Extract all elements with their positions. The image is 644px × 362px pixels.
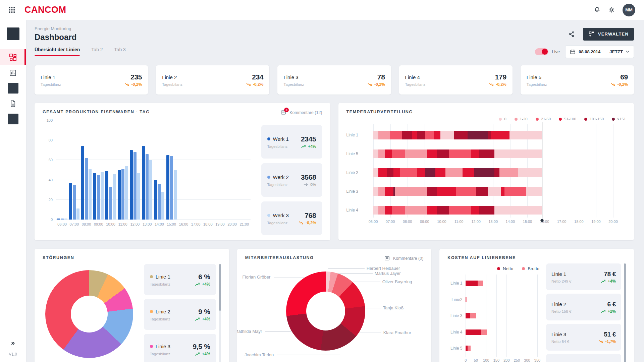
heatmap-segment bbox=[437, 149, 449, 158]
heatmap-segment bbox=[425, 168, 435, 177]
heatmap-segment bbox=[373, 168, 378, 177]
share-icon[interactable] bbox=[568, 31, 575, 38]
stat-sublabel: Tagesbilanz bbox=[150, 317, 170, 321]
heatmap-segment bbox=[488, 187, 501, 196]
heatmap-segment bbox=[385, 206, 392, 215]
produktion-bar-chart: 02040608010006:0007:0008:0009:0010:0011:… bbox=[43, 118, 253, 229]
bar bbox=[57, 219, 60, 220]
comments-button-mitarbeiter[interactable]: Kommentare (0) bbox=[384, 255, 423, 261]
stat-name: Linie 2 bbox=[150, 309, 170, 314]
heatmap-row-label: Linie 4 bbox=[346, 208, 373, 213]
sidebar-item-5[interactable] bbox=[0, 111, 26, 127]
bar-row: Linie 4 bbox=[447, 325, 541, 340]
pie-slice-label: Mathilda Mayr bbox=[237, 329, 262, 334]
stat-name: Werk 2 bbox=[267, 174, 289, 180]
x-axis-label: 18:00 bbox=[202, 222, 214, 229]
heatmap-segment bbox=[463, 168, 474, 177]
bar-groups bbox=[56, 120, 251, 220]
sidebar-item-charts[interactable] bbox=[0, 65, 26, 80]
mitarbeiter-title: MITARBEITERAUSLASTUNG bbox=[245, 255, 314, 260]
heatmap-segment bbox=[395, 187, 427, 196]
bar-group bbox=[105, 120, 117, 220]
sidebar-item-3[interactable] bbox=[0, 80, 26, 96]
bar bbox=[137, 173, 140, 220]
stacked-bar bbox=[466, 346, 537, 351]
panel-produktion: GESAMT PRODUKTION EISENWAREN - TAG 3 Kom… bbox=[35, 103, 330, 240]
heatmap-segment bbox=[434, 131, 440, 139]
bar bbox=[174, 170, 177, 220]
user-avatar[interactable]: MM bbox=[623, 4, 635, 16]
legend-label: 21-50 bbox=[541, 117, 551, 121]
sidebar-expand-icon[interactable]: » bbox=[0, 339, 26, 347]
stat-value: 234 bbox=[252, 73, 263, 81]
stacked-bar bbox=[466, 329, 537, 335]
werk-card: Werk 12345Tagesbilanz+4% bbox=[261, 125, 322, 159]
bar bbox=[61, 219, 64, 220]
bar bbox=[158, 184, 161, 220]
stat-value: 78 € bbox=[604, 270, 616, 278]
x-axis-label: 50 bbox=[474, 358, 478, 362]
bar-segment bbox=[470, 313, 476, 318]
x-axis-label: 20:00 bbox=[226, 222, 238, 229]
stat-delta: +4% bbox=[601, 279, 616, 284]
stat-delta: +4% bbox=[195, 352, 210, 356]
stat-sublabel: Tagesbilanz bbox=[405, 82, 426, 86]
trend-down-icon bbox=[299, 221, 304, 225]
heatmap-segment bbox=[471, 206, 479, 215]
toggle-switch[interactable] bbox=[535, 48, 548, 55]
panel-mitarbeiter: MITARBEITERAUSLASTUNG Kommentare (0) Her… bbox=[237, 249, 432, 362]
heatmap-segment bbox=[454, 131, 468, 139]
stat-name: Linie 3 bbox=[150, 344, 170, 349]
produktion-title: GESAMT PRODUKTION EISENWAREN - TAG bbox=[43, 110, 150, 114]
sidebar-item-dashboard[interactable] bbox=[0, 49, 26, 65]
date-picker[interactable]: 08.08.2014 bbox=[566, 46, 605, 58]
bar-segment bbox=[478, 281, 483, 286]
range-dropdown[interactable]: JETZT bbox=[605, 46, 634, 58]
trend-up-icon bbox=[195, 317, 200, 321]
legend-item: 51-100 bbox=[559, 117, 576, 121]
stoerungen-list: Linie 16 %Tagesbilanz+4%Linie 29 %Tagesb… bbox=[144, 264, 221, 362]
scrollbar-thumb[interactable] bbox=[219, 264, 221, 311]
tab--bersicht-der-linien[interactable]: Übersicht der Linien bbox=[35, 47, 80, 56]
tab-tab-3[interactable]: Tab 3 bbox=[114, 47, 126, 56]
bar bbox=[97, 175, 100, 220]
scrollbar-thumb[interactable] bbox=[624, 263, 626, 362]
live-toggle[interactable]: Live bbox=[535, 48, 560, 55]
series-color-dot bbox=[267, 214, 270, 217]
sidebar-item-reports[interactable] bbox=[0, 96, 26, 111]
stat-delta: -0,2% bbox=[125, 82, 142, 87]
category-label: Linie 4 bbox=[447, 330, 466, 335]
notifications-bell-icon[interactable] bbox=[594, 6, 601, 13]
x-axis: 06:0007:0008:0009:0010:0011:0012:0013:00… bbox=[373, 220, 613, 226]
settings-gear-icon[interactable] bbox=[608, 6, 615, 13]
calendar-icon bbox=[570, 49, 576, 55]
stat-sublabel: Tagesbilanz bbox=[267, 221, 288, 225]
comments-badge: 3 bbox=[284, 108, 289, 112]
verwalten-button[interactable]: VERWALTEN bbox=[583, 28, 634, 41]
x-axis-label: 250 bbox=[514, 358, 520, 362]
tab-tab-2[interactable]: Tab 2 bbox=[91, 47, 103, 56]
app-menu-icon[interactable] bbox=[9, 7, 15, 13]
kpi-card: Linie 4179Tagesbilanz-0,2% bbox=[399, 65, 513, 95]
current-time-marker[interactable] bbox=[542, 122, 542, 220]
legend-dot bbox=[515, 118, 518, 121]
stat-value: 179 bbox=[495, 73, 506, 81]
stoerungen-list-item: Linie 16 %Tagesbilanz+4% bbox=[144, 264, 216, 295]
stat-delta: +4% bbox=[195, 282, 210, 287]
stoerungen-title: STÖRUNGEN bbox=[43, 255, 74, 260]
y-axis-label: 80 bbox=[43, 138, 53, 142]
comments-button-produktion[interactable]: 3 Kommentare (12) bbox=[280, 110, 322, 116]
legend-label: 1-20 bbox=[520, 117, 528, 121]
heatmap-bar bbox=[373, 168, 542, 177]
kosten-list: Linie 178 €Netto 249 €+4%Linie 26 €Netto… bbox=[546, 263, 626, 362]
stat-delta: -1,7% bbox=[599, 339, 616, 344]
y-axis-label: 60 bbox=[43, 158, 53, 162]
pie-slice-label: Markus Jayer bbox=[375, 271, 401, 276]
cancom-logo[interactable]: CANCOM bbox=[24, 5, 66, 15]
legend-dot bbox=[559, 118, 562, 121]
heatmap-segment bbox=[494, 168, 499, 177]
sidebar-logo-placeholder[interactable] bbox=[7, 27, 19, 40]
date-range-control: 08.08.2014 JETZT bbox=[565, 45, 634, 58]
trend-up-icon bbox=[195, 352, 200, 356]
x-axis-label: 13:00 bbox=[488, 220, 498, 224]
